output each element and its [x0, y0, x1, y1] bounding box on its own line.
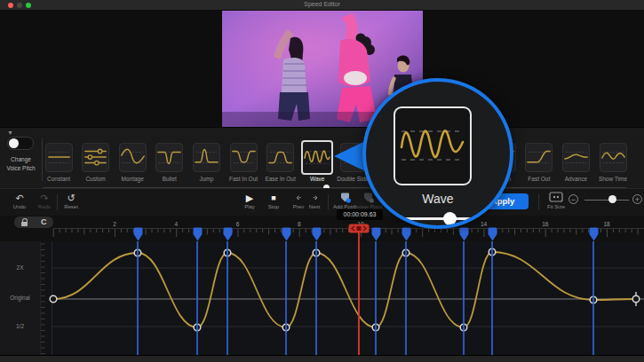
timeline-ruler[interactable]: C 24681012141618 00:00:09.63: [0, 216, 644, 241]
reset-icon: ↺: [53, 192, 89, 204]
curve-point[interactable]: [313, 249, 320, 256]
preset-tile-custom[interactable]: [82, 143, 109, 172]
magnified-wave-thumbnail: [394, 106, 472, 185]
ruler-number: 8: [292, 221, 306, 227]
toolbar: ↶ Undo ↷ Redo ↺ Reset ▶ Play ■ Stop ‹· P…: [0, 188, 644, 216]
window-title: Speed Editor: [0, 1, 644, 7]
magnifier-circle: Wave: [362, 78, 513, 229]
magnified-preset-label: Wave: [366, 192, 510, 206]
curve-point[interactable]: [632, 295, 640, 303]
ruler-number: 2: [107, 221, 122, 227]
preset-panel: ▼ Change Voice Pitch ConstantCustomMonta…: [0, 127, 644, 189]
magnifier-pointer: [330, 138, 366, 175]
timeline-tool-buttons: C: [14, 216, 53, 228]
zoom-slider-knob[interactable]: [608, 195, 616, 203]
preset-tile-show-time[interactable]: [600, 143, 627, 172]
curve-point[interactable]: [224, 249, 231, 256]
speed-curve-graph[interactable]: 2XOriginal1/2: [0, 241, 644, 355]
curve-point[interactable]: [460, 324, 467, 331]
ruler-number: 4: [169, 221, 183, 227]
preset-tile-fast-out[interactable]: [525, 143, 553, 172]
preset-tile-wave[interactable]: [301, 140, 333, 175]
zoom-slider-track[interactable]: [584, 200, 629, 201]
curve-point[interactable]: [194, 324, 201, 331]
speed-editor-window: Speed Editor: [0, 0, 644, 362]
ruler-number: 16: [538, 221, 553, 227]
playhead-timestamp: 00:00:09.63: [337, 209, 383, 220]
preset-tile-constant[interactable]: [45, 143, 73, 172]
curve-point[interactable]: [50, 295, 57, 303]
ruler-number: 14: [477, 221, 491, 227]
preset-tile-advance[interactable]: [562, 143, 590, 172]
preset-row: ConstantCustomMontageBulletJumpFast In O…: [0, 128, 644, 189]
titlebar: Speed Editor: [0, 0, 644, 11]
curve-mode-icon[interactable]: C: [41, 216, 47, 228]
speed-curve[interactable]: [0, 241, 644, 355]
preset-tile-ease-in-out[interactable]: [266, 143, 294, 172]
zoom-in-icon[interactable]: +: [632, 194, 642, 204]
ruler-number: 10: [354, 221, 368, 227]
magnified-scrollbar-knob: [443, 212, 457, 225]
preset-label: Show Time: [586, 176, 640, 182]
ruler-ticks: [0, 228, 644, 241]
preset-tile-montage[interactable]: [119, 143, 147, 172]
preset-tile-jump[interactable]: [193, 143, 220, 172]
lock-icon[interactable]: [21, 222, 28, 226]
curve-point[interactable]: [489, 248, 496, 256]
video-preview-area: [0, 10, 644, 127]
curve-point[interactable]: [402, 249, 409, 256]
bottom-strip: [0, 355, 644, 362]
zoom-out-icon[interactable]: −: [568, 194, 578, 204]
curve-point[interactable]: [590, 296, 597, 303]
curve-point[interactable]: [372, 324, 379, 331]
curve-point[interactable]: [134, 249, 141, 256]
ruler-number: 6: [231, 221, 245, 227]
reset-button[interactable]: ↺ Reset: [53, 192, 89, 209]
ruler-number: 18: [600, 221, 614, 227]
preset-tile-bullet[interactable]: [155, 143, 183, 172]
curve-point[interactable]: [282, 324, 290, 331]
preset-tile-fast-in-out[interactable]: [230, 143, 258, 172]
